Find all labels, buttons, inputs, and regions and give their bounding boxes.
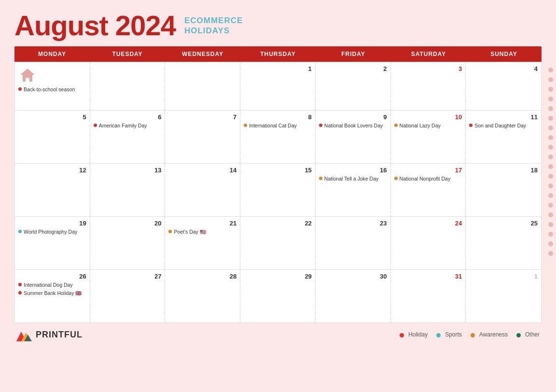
event-label: Back-to-school season [24,86,75,93]
calendar-event: Son and Daughter Day [469,123,538,129]
legend-dot [471,333,475,337]
calendar-cell-r2c1: 13 [90,164,166,216]
decoration-dot [548,212,553,217]
decoration-dot [548,97,553,101]
day-number: 1 [244,65,312,72]
page: August 2024 ECOMMERCE HOLIDAYS MONDAYTUE… [0,0,556,392]
event-dot [168,230,172,233]
day-number: 2 [319,65,387,72]
day-number: 7 [168,113,236,121]
decoration-dot [548,203,553,208]
day-number: 29 [244,273,312,280]
day-number: 26 [18,273,86,280]
calendar-cell-r1c5: 10National Lazy Day [391,111,466,163]
decoration-dot [548,126,553,130]
day-number: 22 [244,220,312,227]
day-number: 3 [394,65,462,72]
weekday-header-saturday: SATURDAY [391,46,466,62]
day-number: 23 [319,220,387,227]
weekday-header-tuesday: TUESDAY [90,46,165,62]
day-number: 27 [94,273,162,280]
calendar-event: National Nonprofit Day [394,176,462,182]
day-number: 25 [469,220,538,227]
calendar-cell-r1c0: 5 [15,111,90,163]
day-number: 21 [168,220,236,227]
title-text: August 2024 [14,10,176,41]
day-number: 11 [469,113,538,121]
calendar-body: Back-to-school season123456American Fami… [14,62,542,323]
decoration-dot [548,241,553,246]
event-dot [469,124,473,127]
event-dot [244,124,247,127]
calendar-cell-r0c4: 2 [316,62,391,110]
calendar-cell-r1c2: 7 [165,111,240,163]
event-label: Summer Bank Holiday 🇬🇧 [24,290,82,297]
decoration-dot [548,222,553,227]
calendar-event: Poet's Day 🇺🇸 [168,229,236,236]
decoration-dot [548,106,553,111]
calendar-cell-r0c6: 4 [466,62,541,110]
printful-logo-icon [16,328,32,341]
calendar-cell-r4c0: 26International Dog DaySummer Bank Holid… [15,270,90,322]
day-number: 18 [469,167,538,174]
event-dot [18,230,22,233]
event-label: American Family Day [99,123,147,129]
calendar-cell-r2c3: 15 [240,164,316,216]
footer: PRINTFUL HolidaySportsAwarenessOther [14,328,542,341]
calendar-cell-r4c6: 1 [466,270,541,322]
event-label: National Book Lovers Day [324,123,383,129]
legend-item-sports: Sports [436,331,462,338]
printful-brand-name: PRINTFUL [36,330,83,340]
legend-dot [516,333,521,337]
calendar-row-0: Back-to-school season1234 [15,62,541,110]
subtitle-line2: HOLIDAYS [184,26,243,36]
weekday-header-thursday: THURSDAY [240,46,316,62]
legend-item-holiday: Holiday [400,331,428,338]
day-number: 14 [168,167,236,174]
calendar-cell-r1c3: 8International Cat Day [240,111,316,163]
calendar-row-1: 56American Family Day78International Cat… [15,110,541,163]
calendar-cell-r0c1 [90,62,166,110]
day-number: 16 [319,167,387,174]
legend-label: Sports [445,331,462,338]
calendar-event: Summer Bank Holiday 🇬🇧 [18,290,86,297]
event-dot [94,124,97,127]
calendar-event: National Lazy Day [394,123,462,129]
right-dots-decoration [548,68,553,256]
page-title: August 2024 [14,12,176,40]
decoration-dot [548,87,553,92]
calendar-event: Back-to-school season [18,86,86,93]
legend-label: Other [525,331,540,338]
day-number: 9 [319,113,387,121]
svg-marker-1 [20,69,35,75]
calendar-cell-r0c0: Back-to-school season [15,62,90,110]
calendar-cell-r1c4: 9National Book Lovers Day [316,111,391,163]
decoration-dot [548,232,553,237]
calendar-cell-r2c6: 18 [466,164,541,216]
legend-dot [400,333,404,337]
calendar-cell-r2c5: 17National Nonprofit Day [391,164,466,216]
calendar-event: National Tell a Joke Day [319,176,387,182]
event-dot [18,87,22,91]
calendar-cell-r3c2: 21Poet's Day 🇺🇸 [165,217,240,269]
legend: HolidaySportsAwarenessOther [400,331,540,338]
decoration-dot [548,183,553,188]
event-label: Poet's Day 🇺🇸 [174,229,206,236]
calendar-cell-r3c5: 24 [391,217,466,269]
event-dot [394,177,398,180]
calendar-cell-r2c0: 12 [15,164,90,216]
decoration-dot [548,145,553,150]
calendar-cell-r3c6: 25 [466,217,541,269]
event-dot [319,124,322,127]
day-number: 31 [394,273,462,280]
subtitle-line1: ECOMMERCE [184,15,243,26]
decoration-dot [548,251,553,256]
weekday-header-monday: MONDAY [14,46,90,62]
calendar-event: World Photography Day [18,229,86,236]
event-label: National Nonprofit Day [400,176,451,182]
day-number: 19 [18,220,86,227]
calendar-cell-r2c2: 14 [165,164,240,216]
calendar-cell-r4c1: 27 [90,270,166,322]
calendar-cell-r0c3: 1 [240,62,316,110]
calendar-cell-r2c4: 16National Tell a Joke Day [316,164,391,216]
